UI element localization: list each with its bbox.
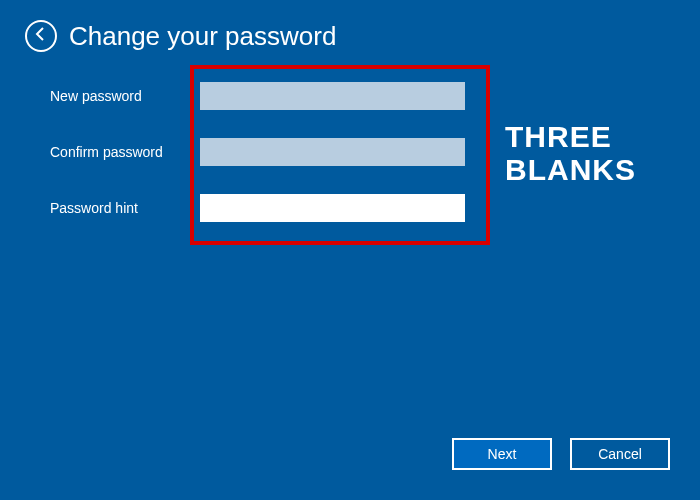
page-title: Change your password <box>69 21 336 52</box>
header: Change your password <box>0 0 700 62</box>
confirm-password-input[interactable] <box>200 138 465 166</box>
next-button[interactable]: Next <box>452 438 552 470</box>
cancel-button[interactable]: Cancel <box>570 438 670 470</box>
new-password-input[interactable] <box>200 82 465 110</box>
password-hint-label: Password hint <box>50 200 200 216</box>
password-hint-row: Password hint <box>50 194 650 222</box>
password-hint-input[interactable] <box>200 194 465 222</box>
button-bar: Next Cancel <box>452 438 670 470</box>
back-button[interactable] <box>25 20 57 52</box>
back-arrow-icon <box>33 26 49 46</box>
confirm-password-label: Confirm password <box>50 144 200 160</box>
annotation-text: THREE BLANKS <box>505 120 700 186</box>
new-password-row: New password <box>50 82 650 110</box>
new-password-label: New password <box>50 88 200 104</box>
